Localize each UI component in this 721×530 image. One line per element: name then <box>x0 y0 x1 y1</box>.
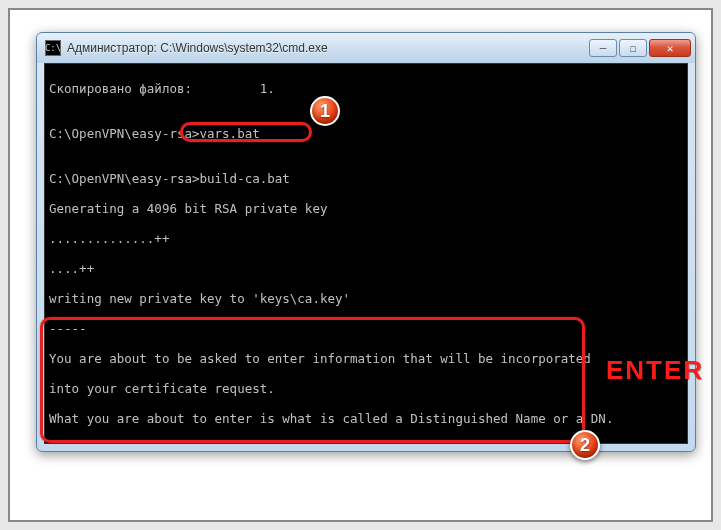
marker-1: 1 <box>310 96 340 126</box>
terminal-line: You are about to be asked to enter infor… <box>49 351 683 366</box>
terminal-line: ....++ <box>49 261 683 276</box>
terminal-line: ----- <box>49 321 683 336</box>
screenshot-frame: C:\ Администратор: C:\Windows\system32\c… <box>8 8 713 522</box>
terminal-line: Скопировано файлов: 1. <box>49 81 683 96</box>
terminal-line: C:\OpenVPN\easy-rsa>vars.bat <box>49 126 683 141</box>
marker-2: 2 <box>570 430 600 460</box>
close-button[interactable]: ✕ <box>649 39 691 57</box>
terminal-line: ..............++ <box>49 231 683 246</box>
cmd-window: C:\ Администратор: C:\Windows\system32\c… <box>36 32 696 452</box>
terminal-line: writing new private key to 'keys\ca.key' <box>49 291 683 306</box>
cmd-icon: C:\ <box>45 40 61 56</box>
maximize-button[interactable]: ☐ <box>619 39 647 57</box>
terminal-line: Generating a 4096 bit RSA private key <box>49 201 683 216</box>
terminal-line: into your certificate request. <box>49 381 683 396</box>
terminal-output[interactable]: Скопировано файлов: 1. C:\OpenVPN\easy-r… <box>44 63 688 444</box>
terminal-line: C:\OpenVPN\easy-rsa>build-ca.bat <box>49 171 683 186</box>
minimize-button[interactable]: — <box>589 39 617 57</box>
window-title: Администратор: C:\Windows\system32\cmd.e… <box>67 41 589 55</box>
enter-label: ENTER <box>606 355 704 386</box>
titlebar[interactable]: C:\ Администратор: C:\Windows\system32\c… <box>37 33 695 63</box>
window-controls: — ☐ ✕ <box>589 39 691 57</box>
terminal-line: What you are about to enter is what is c… <box>49 411 683 426</box>
